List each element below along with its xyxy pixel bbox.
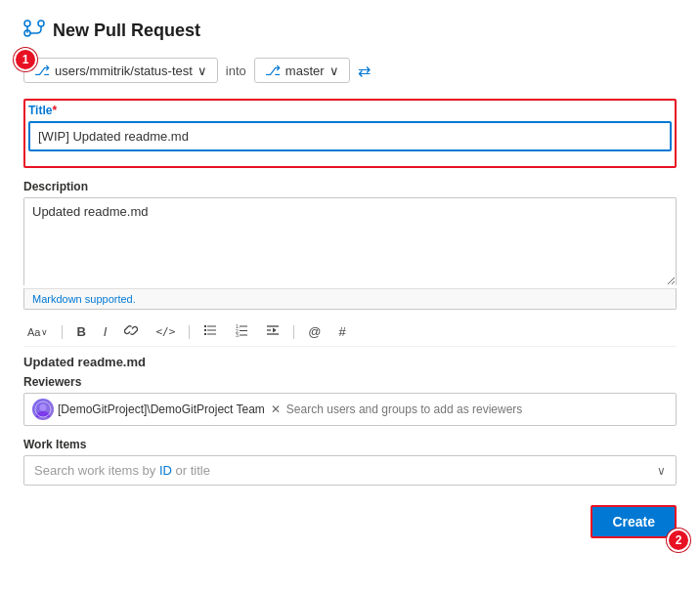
- svg-point-19: [40, 404, 47, 411]
- svg-rect-5: [207, 326, 216, 327]
- target-branch-chevron: ∨: [329, 64, 339, 78]
- svg-point-0: [24, 21, 30, 26]
- mention-button[interactable]: @: [304, 322, 325, 341]
- work-items-chevron-icon: ∨: [657, 464, 666, 478]
- reviewer-search-input[interactable]: [286, 402, 668, 416]
- hash-button[interactable]: #: [335, 322, 350, 341]
- step-badge-2: 2: [667, 529, 690, 552]
- svg-rect-8: [204, 333, 206, 335]
- code-button[interactable]: </>: [152, 323, 179, 340]
- target-branch-selector[interactable]: ⎇ master ∨: [254, 58, 350, 83]
- title-field-annotation: Title*: [23, 99, 677, 168]
- target-branch-label: master: [285, 64, 325, 78]
- svg-text:3.: 3.: [236, 332, 240, 337]
- reviewer-avatar: [32, 399, 54, 420]
- svg-rect-11: [240, 326, 247, 327]
- create-button-wrapper: Create 2: [591, 505, 677, 538]
- source-branch-icon: ⎇: [34, 63, 50, 78]
- work-items-section: Work Items Search work items by ID or ti…: [23, 438, 677, 486]
- description-section: Description Updated readme.md Markdown s…: [23, 180, 677, 310]
- italic-button[interactable]: I: [100, 322, 111, 341]
- ordered-list-button[interactable]: 1. 2. 3.: [231, 321, 252, 342]
- svg-rect-15: [240, 335, 247, 336]
- reviewers-input[interactable]: [DemoGitProject]\DemoGitProject Team ✕: [23, 393, 677, 426]
- editor-toolbar: Aa ∨ B I </> 1. 2. 3.: [23, 318, 677, 347]
- into-label: into: [226, 64, 246, 78]
- swap-branches-icon[interactable]: ⇄: [358, 62, 371, 80]
- svg-rect-13: [240, 330, 247, 331]
- commits-summary: Updated readme.md: [23, 355, 677, 369]
- svg-point-2: [38, 21, 44, 26]
- work-items-search-text: Search work items by ID or title: [34, 463, 657, 478]
- source-branch-chevron: ∨: [197, 64, 207, 78]
- indent-button[interactable]: [262, 321, 284, 342]
- font-size-button[interactable]: Aa ∨: [23, 324, 52, 340]
- toolbar-separator-2: [189, 325, 190, 339]
- svg-rect-4: [204, 325, 206, 327]
- work-items-label: Work Items: [23, 438, 677, 451]
- target-branch-icon: ⎇: [265, 63, 281, 78]
- reviewer-remove-button[interactable]: ✕: [271, 402, 281, 416]
- toolbar-separator-1: [62, 325, 63, 339]
- description-label: Description: [23, 180, 677, 193]
- source-branch-label: users/mmitrik/status-test: [55, 64, 193, 78]
- bold-button[interactable]: B: [72, 322, 89, 341]
- svg-rect-6: [204, 329, 206, 331]
- reviewer-name: [DemoGitProject]\DemoGitProject Team: [58, 402, 265, 416]
- link-button[interactable]: [120, 321, 142, 342]
- description-textarea[interactable]: Updated readme.md: [23, 197, 677, 285]
- reviewers-section: Reviewers [DemoGitProject]\DemoGitProjec…: [23, 375, 677, 426]
- title-label: Title*: [28, 104, 672, 117]
- svg-rect-7: [207, 330, 216, 331]
- step-badge-1: 1: [14, 48, 37, 71]
- footer-row: Create 2: [23, 505, 677, 538]
- svg-rect-9: [207, 334, 216, 335]
- unordered-list-button[interactable]: [199, 321, 221, 342]
- reviewers-label: Reviewers: [23, 375, 677, 389]
- source-branch-selector[interactable]: ⎇ users/mmitrik/status-test ∨: [23, 58, 218, 83]
- title-text: title: [191, 463, 210, 478]
- markdown-note: Markdown supported.: [23, 288, 677, 310]
- branch-row: ⎇ users/mmitrik/status-test ∨ into ⎇ mas…: [23, 58, 677, 83]
- pull-request-icon: [23, 20, 45, 42]
- toolbar-separator-3: [293, 325, 294, 339]
- id-highlight: ID: [159, 463, 172, 478]
- reviewer-chip: [DemoGitProject]\DemoGitProject Team ✕: [32, 399, 281, 420]
- page-title: New Pull Request: [53, 21, 200, 41]
- title-input[interactable]: [30, 123, 670, 149]
- required-indicator: *: [52, 104, 57, 117]
- page-header: New Pull Request: [23, 20, 677, 42]
- title-input-wrapper: [28, 121, 672, 151]
- work-items-dropdown[interactable]: Search work items by ID or title ∨: [23, 455, 677, 486]
- create-button[interactable]: Create: [591, 505, 677, 538]
